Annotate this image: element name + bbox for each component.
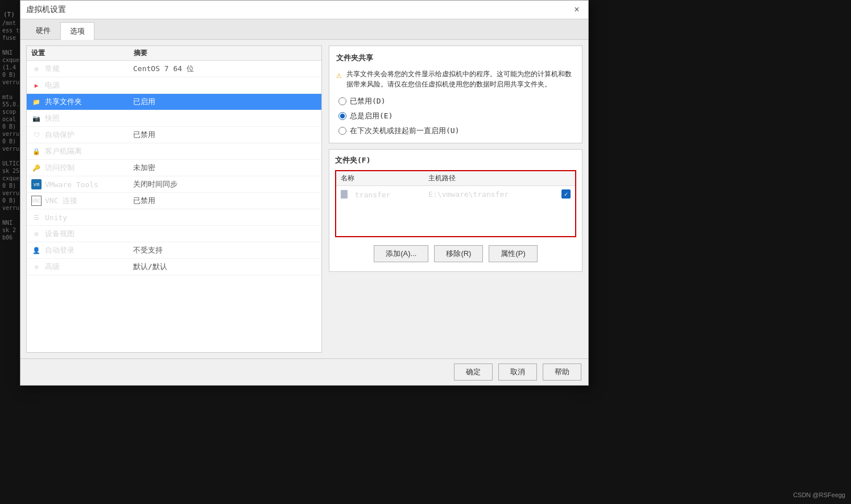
row-summary-vnc: 已禁用 xyxy=(133,196,155,206)
row-label-guest-isolation: 客户机隔离 xyxy=(45,146,133,156)
row-label-power: 电源 xyxy=(45,80,133,90)
power-icon: ▶ xyxy=(31,80,42,90)
remove-button[interactable]: 移除(R) xyxy=(434,245,483,262)
device-icon: ⊞ xyxy=(31,229,42,239)
modal-body: 设置 摘要 ⊞ 常规 CentOS 7 64 位 ▶ 电源 xyxy=(20,40,588,358)
row-label-device-view: 设备视图 xyxy=(45,229,133,239)
terminal-background: (T) /mnt ess to fuse NNI cxque (1.4 0 B)… xyxy=(0,0,851,504)
tab-bar: 硬件 选项 xyxy=(20,19,588,40)
tab-options[interactable]: 选项 xyxy=(60,22,94,40)
advanced-icon: ⚙ xyxy=(31,262,42,272)
settings-row-shared-folders[interactable]: 📁 共享文件夹 已启用 xyxy=(27,94,321,110)
warning-icon: ⚠ xyxy=(336,69,342,80)
settings-row-vmware-tools[interactable]: vm VMware Tools 关闭时间同步 xyxy=(27,176,321,193)
row-label-shared-folders: 共享文件夹 xyxy=(45,97,133,107)
radio-until-shutdown-label: 在下次关机或挂起前一直启用(U) xyxy=(350,126,459,136)
folder-share-icon: 📁 xyxy=(31,97,42,107)
file-sharing-title: 文件夹共享 xyxy=(336,53,575,63)
settings-row-snapshots[interactable]: 📷 快照 xyxy=(27,110,321,127)
row-summary-vmware-tools: 关闭时间同步 xyxy=(133,179,177,189)
col-name-header: 名称 xyxy=(336,171,424,186)
row-summary-advanced: 默认/默认 xyxy=(133,262,167,272)
user-icon: 👤 xyxy=(31,245,42,255)
titlebar: 虚拟机设置 × xyxy=(20,1,588,19)
row-label-snapshots: 快照 xyxy=(45,113,133,123)
add-button[interactable]: 添加(A)... xyxy=(374,245,428,262)
right-panel: 文件夹共享 ⚠ 共享文件夹会将您的文件显示给虚拟机中的程序。这可能为您的计算机和… xyxy=(329,46,583,353)
row-label-unity: Unity xyxy=(45,213,133,222)
sharing-options: 已禁用(D) 总是启用(E) 在下次关机或挂起前一直启用(U) xyxy=(336,96,575,136)
row-label-vnc: VNC 连接 xyxy=(45,196,133,206)
row-summary-autologin: 不受支持 xyxy=(133,245,163,255)
settings-row-unity[interactable]: ☰ Unity xyxy=(27,209,321,226)
settings-list-header: 设置 摘要 xyxy=(27,46,321,61)
row-label-advanced: 高级 xyxy=(45,262,133,272)
radio-always-label: 总是启用(E) xyxy=(350,111,393,121)
modal-overlay: 虚拟机设置 × 硬件 选项 设置 摘要 ⊞ xyxy=(0,0,851,504)
dialog-title: 虚拟机设置 xyxy=(26,5,66,15)
radio-always[interactable]: 总是启用(E) xyxy=(338,111,575,121)
settings-row-vnc[interactable]: VNC VNC 连接 已禁用 xyxy=(27,193,321,209)
settings-row-device-view[interactable]: ⊞ 设备视图 xyxy=(27,226,321,242)
folder-path-cell: E:\vmware\transfer xyxy=(424,186,557,203)
unity-icon: ☰ xyxy=(31,212,42,222)
shield-icon: 🛡 xyxy=(31,130,42,140)
watermark: CSDN @RSFeegg xyxy=(793,491,845,498)
radio-always-input[interactable] xyxy=(338,112,346,120)
row-label-general: 常规 xyxy=(45,64,133,74)
radio-until-shutdown-input[interactable] xyxy=(338,127,346,135)
radio-disabled-input[interactable] xyxy=(338,97,346,105)
folder-table-wrapper: 名称 主机路径 transfer xyxy=(335,170,576,237)
settings-row-autologin[interactable]: 👤 自动登录 不受支持 xyxy=(27,242,321,259)
action-buttons: 添加(A)... 移除(R) 属性(P) xyxy=(335,242,576,266)
folder-empty-area xyxy=(336,202,575,236)
lock-icon: 🔒 xyxy=(31,146,42,156)
col-enabled-header xyxy=(557,171,575,186)
tab-hardware[interactable]: 硬件 xyxy=(26,22,60,39)
settings-row-autoprotect[interactable]: 🛡 自动保护 已禁用 xyxy=(27,127,321,143)
row-summary-autoprotect: 已禁用 xyxy=(133,130,155,140)
radio-disabled-label: 已禁用(D) xyxy=(350,96,385,106)
modal-footer: 确定 取消 帮助 xyxy=(20,358,588,385)
folder-row[interactable]: transfer E:\vmware\transfer ✓ xyxy=(336,186,575,203)
folder-section-title: 文件夹(F) xyxy=(335,155,576,166)
folder-name-cell: transfer xyxy=(336,186,424,203)
col-header-setting: 设置 xyxy=(31,48,134,58)
camera-icon: 📷 xyxy=(31,113,42,123)
properties-button[interactable]: 属性(P) xyxy=(489,245,537,262)
ok-button[interactable]: 确定 xyxy=(454,363,493,381)
file-sharing-section: 文件夹共享 ⚠ 共享文件夹会将您的文件显示给虚拟机中的程序。这可能为您的计算机和… xyxy=(329,46,583,143)
row-label-autoprotect: 自动保护 xyxy=(45,130,133,140)
row-summary-shared-folders: 已启用 xyxy=(133,97,155,107)
warning-text: 共享文件夹会将您的文件显示给虚拟机中的程序。这可能为您的计算机和数据带来风险。请… xyxy=(346,69,575,89)
vmware-icon: vm xyxy=(31,179,42,189)
settings-row-guest-isolation[interactable]: 🔒 客户机隔离 xyxy=(27,143,321,160)
row-label-access-control: 访问控制 xyxy=(45,163,133,173)
row-summary-access-control: 未加密 xyxy=(133,163,155,173)
row-label-vmware-tools: VMware Tools xyxy=(45,180,133,189)
folder-table: 名称 主机路径 transfer xyxy=(336,171,575,202)
folder-file-icon xyxy=(341,190,348,199)
vnc-icon: VNC xyxy=(31,196,42,206)
settings-row-advanced[interactable]: ⚙ 高级 默认/默认 xyxy=(27,259,321,275)
warning-row: ⚠ 共享文件夹会将您的文件显示给虚拟机中的程序。这可能为您的计算机和数据带来风险… xyxy=(336,69,575,89)
settings-row-access-control[interactable]: 🔑 访问控制 未加密 xyxy=(27,160,321,176)
radio-disabled[interactable]: 已禁用(D) xyxy=(338,96,575,106)
col-path-header: 主机路径 xyxy=(424,171,557,186)
settings-dialog: 虚拟机设置 × 硬件 选项 设置 摘要 ⊞ xyxy=(20,0,589,386)
folder-enabled-cell: ✓ xyxy=(557,186,575,203)
settings-row-power[interactable]: ▶ 电源 xyxy=(27,77,321,94)
help-button[interactable]: 帮助 xyxy=(543,363,581,381)
cancel-button[interactable]: 取消 xyxy=(498,363,537,381)
radio-until-shutdown[interactable]: 在下次关机或挂起前一直启用(U) xyxy=(338,126,575,136)
col-header-summary: 摘要 xyxy=(134,48,147,58)
settings-list: 设置 摘要 ⊞ 常规 CentOS 7 64 位 ▶ 电源 xyxy=(26,46,322,353)
folder-enabled-checkbox[interactable]: ✓ xyxy=(561,189,571,199)
close-button[interactable]: × xyxy=(571,4,583,15)
settings-row-general[interactable]: ⊞ 常规 CentOS 7 64 位 xyxy=(27,61,321,77)
row-label-autologin: 自动登录 xyxy=(45,245,133,255)
folder-section: 文件夹(F) 名称 主机路径 xyxy=(329,149,583,272)
row-summary-general: CentOS 7 64 位 xyxy=(133,64,194,74)
key-icon: 🔑 xyxy=(31,163,42,173)
monitor-icon: ⊞ xyxy=(31,64,42,74)
